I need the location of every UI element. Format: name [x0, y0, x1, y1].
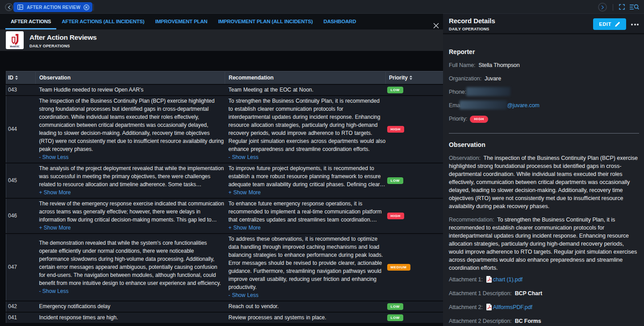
- paragraph-label: Recommendation:: [449, 217, 494, 223]
- panel-paragraph: Recommendation: To strengthen the Busine…: [449, 216, 639, 272]
- field-value: Stella Thompson: [478, 62, 519, 68]
- attachment-description-row: Attachment 2 Description:BC Forms: [449, 317, 639, 325]
- show-less-link[interactable]: - Show Less: [229, 153, 259, 161]
- tab-after-actions-all-incidents[interactable]: AFTER ACTIONS (ALL INCIDENTS): [56, 14, 150, 29]
- cell-observation-text: Incident response times are high.: [39, 314, 118, 321]
- column-header-id[interactable]: ID: [6, 71, 36, 84]
- pdf-icon: [486, 276, 492, 283]
- cell-id: 041: [6, 312, 36, 323]
- sort-up-arrow: [15, 75, 18, 77]
- juvare-shield-icon: WebEOC: [6, 31, 24, 49]
- paragraph-label: Observation:: [449, 155, 481, 161]
- attachments: Attachment 1:chart (1).pdfAttachment 1 D…: [449, 276, 639, 325]
- page-subtitle: DAILY OPERATIONS: [29, 44, 70, 48]
- back-button[interactable]: [5, 3, 13, 11]
- priority-badge-high: HIGH: [387, 213, 404, 219]
- tab-improvement-plan[interactable]: IMPROVEMENT PLAN: [150, 14, 213, 29]
- show-less-link[interactable]: - Show Less: [39, 153, 69, 161]
- cell-recommendation: To enhance future emergency response ope…: [225, 198, 386, 234]
- show-more-link[interactable]: + Show More: [229, 224, 261, 232]
- show-less-link[interactable]: - Show Less: [229, 291, 259, 299]
- pencil-icon: [615, 21, 620, 27]
- observation-paragraphs: Observation: The inspection of the Busin…: [449, 154, 639, 272]
- panel-paragraph: Observation: The inspection of the Busin…: [449, 154, 639, 210]
- show-more-link[interactable]: + Show More: [229, 188, 261, 196]
- cell-observation-text: The analysis of the project deployment r…: [39, 165, 224, 188]
- board-chip-after-action-review[interactable]: AFTER ACTION REVIEW: [13, 2, 92, 12]
- panel-close-button[interactable]: [431, 21, 440, 30]
- attachment-label: Attachment 2 Description:: [449, 318, 512, 324]
- webeoc-logo: WebEOC: [6, 31, 24, 49]
- field-value: Juvare: [485, 75, 501, 82]
- cell-observation-text: The demonstration revealed that while th…: [39, 240, 221, 286]
- tab-improvement-plan-all-incidents[interactable]: IMPROVEMENT PLAN (ALL INCIDENTS): [213, 14, 318, 29]
- show-more-link[interactable]: + Show More: [39, 188, 71, 196]
- cell-observation-text: Team Huddle needed to review Open AAR's: [39, 87, 144, 93]
- cell-recommendation: To improve future project deployments, i…: [225, 163, 386, 198]
- field-label: Full Name:: [449, 62, 475, 68]
- cell-recommendation: Review processes and systems in place.: [225, 312, 386, 323]
- top-bar: AFTER ACTION REVIEW: [0, 0, 644, 14]
- field-full-name: Full Name:Stella Thompson: [449, 61, 639, 69]
- field-email: Email:@juvare.com: [449, 101, 639, 109]
- cell-id: 045: [6, 163, 36, 198]
- pdf-icon-box: [486, 276, 492, 285]
- cell-recommendation: To address these observations, it is rec…: [225, 234, 386, 301]
- edit-button[interactable]: EDIT: [593, 18, 626, 30]
- close-circle-icon[interactable]: [84, 4, 89, 10]
- column-header-observation[interactable]: Observation: [36, 71, 225, 84]
- cell-observation: The inspection of the Business Continuit…: [36, 96, 225, 163]
- close-icon: [433, 23, 439, 29]
- list-search-icon: [630, 4, 639, 10]
- redacted-value: [466, 87, 510, 96]
- sort-down-arrow: [15, 78, 18, 80]
- cell-recommendation: Reach out to vendor.: [225, 301, 386, 312]
- tab-dashboard[interactable]: DASHBOARD: [318, 14, 361, 29]
- cell-id: 043: [6, 84, 36, 96]
- panel-title: Record Details: [449, 17, 495, 25]
- panel-subtitle: DAILY OPERATIONS: [449, 27, 489, 31]
- cell-observation: Team Huddle needed to review Open AAR's: [36, 84, 225, 96]
- attachment-description-value: BC Forms: [515, 318, 541, 324]
- forward-button[interactable]: [598, 3, 607, 12]
- board-layout-icon: [17, 4, 23, 10]
- chevron-left-icon: [8, 5, 11, 9]
- cell-recommendation: To strengthen the Business Continuity Pl…: [225, 96, 386, 163]
- search-records-button[interactable]: [630, 0, 639, 14]
- cell-observation-text: The review of the emergency response exe…: [39, 201, 224, 223]
- sort-icon: [15, 75, 18, 80]
- show-more-link[interactable]: + Show More: [39, 224, 71, 232]
- priority-badge-low: LOW: [387, 314, 403, 321]
- tab-after-actions[interactable]: AFTER ACTIONS: [5, 14, 56, 29]
- field-label: Phone:: [449, 89, 466, 95]
- panel-header: Record Details DAILY OPERATIONS EDIT: [443, 14, 644, 34]
- record-details-panel: Record Details DAILY OPERATIONS EDIT Rep…: [443, 14, 644, 326]
- cell-observation: The review of the emergency response exe…: [36, 198, 225, 234]
- attachment-link[interactable]: AllformsPDF.pdf: [493, 304, 532, 310]
- attachment-link[interactable]: chart (1).pdf: [493, 276, 523, 283]
- redacted-value: [460, 100, 507, 109]
- attachment-row: Attachment 2:AllformsPDF.pdf: [449, 303, 639, 311]
- cell-observation: The demonstration revealed that while th…: [36, 234, 225, 301]
- more-actions-button[interactable]: [631, 23, 641, 26]
- edit-button-label: EDIT: [599, 21, 611, 27]
- pdf-icon: [486, 304, 492, 310]
- field-label: Organization:: [449, 75, 481, 82]
- paragraph-text: The inspection of the Business Continuit…: [449, 155, 638, 209]
- attachment-description-row: Attachment 1 Description:BCP Chart: [449, 289, 639, 297]
- cell-observation: Emergency notifications delay: [36, 301, 225, 312]
- app-window: AFTER ACTION REVIEW AFTER ACTIONSAFTER A…: [0, 0, 644, 326]
- fullscreen-button[interactable]: [619, 0, 625, 14]
- attachment-description-value: BCP Chart: [515, 290, 542, 297]
- column-header-recommendation[interactable]: Recommendation: [225, 71, 386, 84]
- attachment-label: Attachment 1 Description:: [449, 290, 512, 297]
- show-less-link[interactable]: - Show Less: [39, 287, 69, 295]
- cell-observation: The analysis of the project deployment r…: [36, 163, 225, 198]
- priority-badge-low: LOW: [387, 303, 403, 310]
- cell-observation-text: Emergency notifications delay: [39, 303, 110, 309]
- fullscreen-icon: [619, 4, 625, 10]
- sort-up-arrow: [410, 75, 412, 77]
- email-link[interactable]: @juvare.com: [507, 102, 539, 109]
- sort-icon: [410, 75, 412, 80]
- cell-id: 044: [6, 96, 36, 163]
